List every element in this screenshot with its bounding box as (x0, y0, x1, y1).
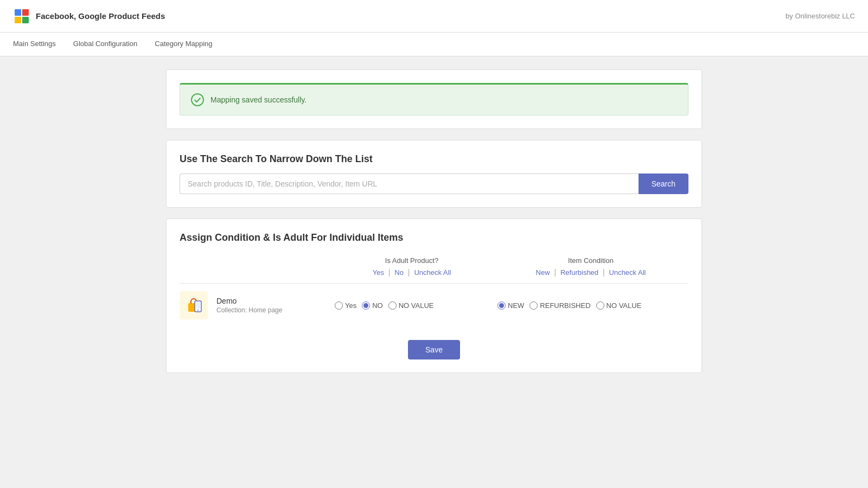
item-thumbnail (180, 291, 208, 319)
svg-rect-2 (22, 9, 29, 16)
condition-new-radio-label[interactable]: NEW (497, 301, 524, 310)
success-card: Mapping saved successfully. (166, 69, 702, 129)
nav-category-mapping[interactable]: Category Mapping (155, 33, 212, 55)
item-info-cell: Demo Collection: Home page (212, 284, 330, 328)
adult-yes-link[interactable]: Yes (373, 268, 384, 277)
svg-point-10 (197, 310, 199, 311)
app-title: Facebook, Google Product Feeds (36, 11, 165, 21)
condition-novalue-text: NO VALUE (607, 301, 642, 310)
condition-refurbished-radio[interactable] (529, 301, 538, 310)
svg-point-5 (192, 94, 203, 106)
search-card: Use The Search To Narrow Down The List S… (166, 140, 702, 208)
adult-novalue-radio-label[interactable]: NO VALUE (388, 301, 434, 310)
save-row: Save (180, 340, 688, 359)
svg-rect-3 (15, 17, 21, 23)
adult-yes-radio-label[interactable]: Yes (335, 301, 356, 310)
search-section-title: Use The Search To Narrow Down The List (180, 153, 688, 165)
condition-new-radio[interactable] (497, 301, 506, 310)
adult-no-link[interactable]: No (394, 268, 404, 277)
assign-title: Assign Condition & Is Adult For Individu… (180, 232, 688, 243)
adult-yes-text: Yes (345, 301, 356, 310)
success-banner: Mapping saved successfully. (180, 83, 688, 115)
svg-rect-1 (15, 9, 21, 16)
item-condition-header: Item Condition (493, 252, 688, 266)
adult-yes-radio[interactable] (335, 301, 343, 310)
table-row: Demo Collection: Home page Yes NO (180, 284, 688, 328)
svg-rect-4 (22, 17, 29, 23)
item-thumbnail-cell (180, 284, 212, 328)
condition-options-cell: NEW REFURBISHED NO VALUE (493, 284, 688, 328)
adult-no-radio[interactable] (362, 301, 370, 310)
nav-global-configuration[interactable]: Global Configuration (73, 33, 138, 55)
adult-product-header: Is Adult Product? (330, 252, 493, 266)
condition-refurbished-link[interactable]: Refurbished (560, 268, 598, 277)
condition-novalue-radio-label[interactable]: NO VALUE (596, 301, 642, 310)
adult-uncheck-link[interactable]: Uncheck All (414, 268, 451, 277)
search-input[interactable] (180, 174, 639, 194)
condition-new-text: NEW (508, 301, 524, 310)
save-button[interactable]: Save (408, 340, 460, 359)
app-logo-title: Facebook, Google Product Feeds (13, 8, 165, 25)
top-header: Facebook, Google Product Feeds by Online… (0, 0, 868, 33)
search-button[interactable]: Search (639, 174, 688, 194)
nav-main-settings[interactable]: Main Settings (13, 33, 56, 55)
item-name: Demo (216, 297, 326, 305)
page-content: Mapping saved successfully. Use The Sear… (157, 56, 711, 397)
app-icon (13, 8, 30, 25)
condition-novalue-radio[interactable] (596, 301, 604, 310)
adult-no-text: NO (372, 301, 383, 310)
condition-new-link[interactable]: New (536, 268, 550, 277)
adult-links-cell: Yes | No | Uncheck All (330, 266, 493, 284)
condition-refurbished-text: REFURBISHED (540, 301, 590, 310)
adult-radio-group: Yes NO NO VALUE (335, 301, 489, 310)
header-cols-row: Is Adult Product? Item Condition (180, 252, 688, 266)
condition-refurbished-radio-label[interactable]: REFURBISHED (529, 301, 590, 310)
by-text: by Onlinestorebiz LLC (786, 12, 855, 20)
item-collection: Collection: Home page (216, 306, 326, 314)
search-row: Search (180, 174, 688, 194)
adult-novalue-text: NO VALUE (399, 301, 434, 310)
success-icon (191, 93, 204, 106)
condition-radio-group: NEW REFURBISHED NO VALUE (497, 301, 684, 310)
condition-links-cell: New | Refurbished | Uncheck All (493, 266, 688, 284)
assign-card: Assign Condition & Is Adult For Individu… (166, 219, 702, 373)
links-row: Yes | No | Uncheck All New | Refurbished… (180, 266, 688, 284)
success-message: Mapping saved successfully. (210, 95, 307, 104)
nav-bar: Main Settings Global Configuration Categ… (0, 33, 868, 56)
adult-novalue-radio[interactable] (388, 301, 397, 310)
assign-table: Is Adult Product? Item Condition Yes | N… (180, 252, 688, 327)
adult-options-cell: Yes NO NO VALUE (330, 284, 493, 328)
svg-rect-9 (196, 302, 200, 309)
condition-uncheck-link[interactable]: Uncheck All (609, 268, 646, 277)
adult-no-radio-label[interactable]: NO (362, 301, 383, 310)
